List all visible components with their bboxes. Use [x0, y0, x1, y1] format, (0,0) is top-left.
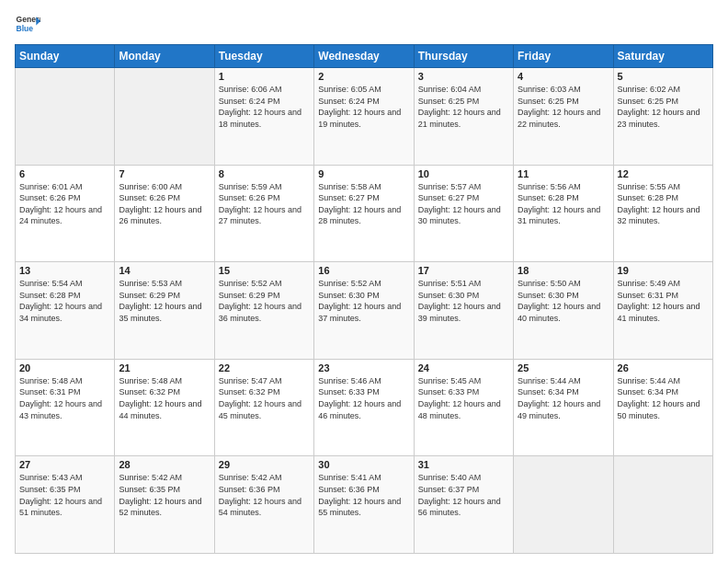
header: General Blue: [15, 11, 713, 37]
weekday-wednesday: Wednesday: [314, 45, 414, 68]
day-number: 6: [19, 168, 110, 179]
weekday-monday: Monday: [115, 45, 214, 68]
weekday-friday: Friday: [514, 45, 613, 68]
calendar-cell: 20Sunrise: 5:48 AMSunset: 6:31 PMDayligh…: [16, 359, 115, 456]
calendar-week-4: 20Sunrise: 5:48 AMSunset: 6:31 PMDayligh…: [16, 359, 713, 456]
calendar-cell: 8Sunrise: 5:59 AMSunset: 6:26 PMDaylight…: [214, 165, 313, 262]
weekday-header-row: SundayMondayTuesdayWednesdayThursdayFrid…: [16, 45, 713, 68]
calendar-cell: 16Sunrise: 5:52 AMSunset: 6:30 PMDayligh…: [314, 262, 414, 360]
logo: General Blue: [15, 11, 40, 37]
calendar-cell: 10Sunrise: 5:57 AMSunset: 6:27 PMDayligh…: [414, 165, 513, 262]
calendar-cell: 28Sunrise: 5:42 AMSunset: 6:35 PMDayligh…: [115, 456, 214, 554]
day-info: Sunrise: 5:51 AMSunset: 6:30 PMDaylight:…: [418, 278, 509, 324]
page: General Blue SundayMondayTuesdayWednesda…: [0, 0, 728, 563]
calendar-week-1: 1Sunrise: 6:06 AMSunset: 6:24 PMDaylight…: [16, 68, 713, 166]
calendar-cell: 19Sunrise: 5:49 AMSunset: 6:31 PMDayligh…: [613, 262, 712, 360]
day-info: Sunrise: 5:48 AMSunset: 6:31 PMDaylight:…: [19, 375, 110, 421]
svg-text:Blue: Blue: [17, 24, 34, 33]
calendar-cell: [514, 456, 613, 554]
day-info: Sunrise: 5:58 AMSunset: 6:27 PMDaylight:…: [318, 181, 409, 227]
day-info: Sunrise: 5:50 AMSunset: 6:30 PMDaylight:…: [518, 278, 609, 324]
day-info: Sunrise: 5:56 AMSunset: 6:28 PMDaylight:…: [518, 181, 609, 227]
calendar-cell: 31Sunrise: 5:40 AMSunset: 6:37 PMDayligh…: [414, 456, 513, 554]
calendar-cell: 23Sunrise: 5:46 AMSunset: 6:33 PMDayligh…: [314, 359, 414, 456]
day-number: 28: [119, 459, 210, 470]
day-info: Sunrise: 5:40 AMSunset: 6:37 PMDaylight:…: [418, 472, 509, 518]
calendar-cell: 17Sunrise: 5:51 AMSunset: 6:30 PMDayligh…: [414, 262, 513, 360]
day-info: Sunrise: 5:42 AMSunset: 6:36 PMDaylight:…: [219, 472, 310, 518]
day-number: 16: [318, 265, 409, 276]
calendar-cell: 24Sunrise: 5:45 AMSunset: 6:33 PMDayligh…: [414, 359, 513, 456]
day-number: 4: [518, 71, 609, 82]
logo-icon: General Blue: [15, 11, 40, 37]
day-number: 1: [219, 71, 310, 82]
day-info: Sunrise: 5:43 AMSunset: 6:35 PMDaylight:…: [19, 472, 110, 518]
calendar-cell: 5Sunrise: 6:02 AMSunset: 6:25 PMDaylight…: [613, 68, 712, 166]
day-info: Sunrise: 5:45 AMSunset: 6:33 PMDaylight:…: [418, 375, 509, 421]
day-number: 23: [318, 362, 409, 373]
day-number: 7: [119, 168, 210, 179]
day-number: 5: [618, 71, 709, 82]
day-info: Sunrise: 5:41 AMSunset: 6:36 PMDaylight:…: [318, 472, 409, 518]
calendar-cell: 7Sunrise: 6:00 AMSunset: 6:26 PMDaylight…: [115, 165, 214, 262]
day-info: Sunrise: 6:02 AMSunset: 6:25 PMDaylight:…: [618, 84, 709, 130]
day-info: Sunrise: 5:44 AMSunset: 6:34 PMDaylight:…: [518, 375, 609, 421]
calendar-cell: 21Sunrise: 5:48 AMSunset: 6:32 PMDayligh…: [115, 359, 214, 456]
day-info: Sunrise: 5:54 AMSunset: 6:28 PMDaylight:…: [19, 278, 110, 324]
day-number: 22: [219, 362, 310, 373]
calendar-cell: 11Sunrise: 5:56 AMSunset: 6:28 PMDayligh…: [514, 165, 613, 262]
calendar-cell: 4Sunrise: 6:03 AMSunset: 6:25 PMDaylight…: [514, 68, 613, 166]
weekday-sunday: Sunday: [16, 45, 115, 68]
calendar-table: SundayMondayTuesdayWednesdayThursdayFrid…: [15, 44, 713, 554]
calendar-cell: 22Sunrise: 5:47 AMSunset: 6:32 PMDayligh…: [214, 359, 313, 456]
day-number: 8: [219, 168, 310, 179]
day-info: Sunrise: 5:44 AMSunset: 6:34 PMDaylight:…: [618, 375, 709, 421]
day-number: 10: [418, 168, 509, 179]
calendar-cell: 14Sunrise: 5:53 AMSunset: 6:29 PMDayligh…: [115, 262, 214, 360]
day-info: Sunrise: 5:59 AMSunset: 6:26 PMDaylight:…: [219, 181, 310, 227]
weekday-saturday: Saturday: [613, 45, 712, 68]
day-number: 29: [219, 459, 310, 470]
day-info: Sunrise: 6:00 AMSunset: 6:26 PMDaylight:…: [119, 181, 210, 227]
calendar-cell: 13Sunrise: 5:54 AMSunset: 6:28 PMDayligh…: [16, 262, 115, 360]
day-info: Sunrise: 6:03 AMSunset: 6:25 PMDaylight:…: [518, 84, 609, 130]
day-number: 26: [618, 362, 709, 373]
day-number: 2: [318, 71, 409, 82]
calendar-cell: 12Sunrise: 5:55 AMSunset: 6:28 PMDayligh…: [613, 165, 712, 262]
calendar-cell: 15Sunrise: 5:52 AMSunset: 6:29 PMDayligh…: [214, 262, 313, 360]
calendar-cell: [613, 456, 712, 554]
day-number: 20: [19, 362, 110, 373]
calendar-cell: 1Sunrise: 6:06 AMSunset: 6:24 PMDaylight…: [214, 68, 313, 166]
day-number: 27: [19, 459, 110, 470]
calendar-week-2: 6Sunrise: 6:01 AMSunset: 6:26 PMDaylight…: [16, 165, 713, 262]
day-number: 11: [518, 168, 609, 179]
day-number: 25: [518, 362, 609, 373]
day-info: Sunrise: 5:47 AMSunset: 6:32 PMDaylight:…: [219, 375, 310, 421]
day-number: 12: [618, 168, 709, 179]
day-number: 17: [418, 265, 509, 276]
day-number: 14: [119, 265, 210, 276]
day-number: 18: [518, 265, 609, 276]
calendar-cell: 29Sunrise: 5:42 AMSunset: 6:36 PMDayligh…: [214, 456, 313, 554]
day-number: 24: [418, 362, 509, 373]
calendar-cell: [16, 68, 115, 166]
day-number: 30: [318, 459, 409, 470]
day-number: 3: [418, 71, 509, 82]
day-info: Sunrise: 5:55 AMSunset: 6:28 PMDaylight:…: [618, 181, 709, 227]
calendar-cell: 18Sunrise: 5:50 AMSunset: 6:30 PMDayligh…: [514, 262, 613, 360]
day-info: Sunrise: 5:42 AMSunset: 6:35 PMDaylight:…: [119, 472, 210, 518]
day-number: 13: [19, 265, 110, 276]
day-info: Sunrise: 5:49 AMSunset: 6:31 PMDaylight:…: [618, 278, 709, 324]
calendar-week-5: 27Sunrise: 5:43 AMSunset: 6:35 PMDayligh…: [16, 456, 713, 554]
weekday-tuesday: Tuesday: [214, 45, 313, 68]
day-number: 19: [618, 265, 709, 276]
calendar-cell: 6Sunrise: 6:01 AMSunset: 6:26 PMDaylight…: [16, 165, 115, 262]
calendar-cell: 27Sunrise: 5:43 AMSunset: 6:35 PMDayligh…: [16, 456, 115, 554]
day-info: Sunrise: 5:53 AMSunset: 6:29 PMDaylight:…: [119, 278, 210, 324]
calendar-cell: [115, 68, 214, 166]
day-info: Sunrise: 6:04 AMSunset: 6:25 PMDaylight:…: [418, 84, 509, 130]
day-info: Sunrise: 5:52 AMSunset: 6:29 PMDaylight:…: [219, 278, 310, 324]
day-info: Sunrise: 6:06 AMSunset: 6:24 PMDaylight:…: [219, 84, 310, 130]
calendar-cell: 30Sunrise: 5:41 AMSunset: 6:36 PMDayligh…: [314, 456, 414, 554]
day-info: Sunrise: 5:48 AMSunset: 6:32 PMDaylight:…: [119, 375, 210, 421]
